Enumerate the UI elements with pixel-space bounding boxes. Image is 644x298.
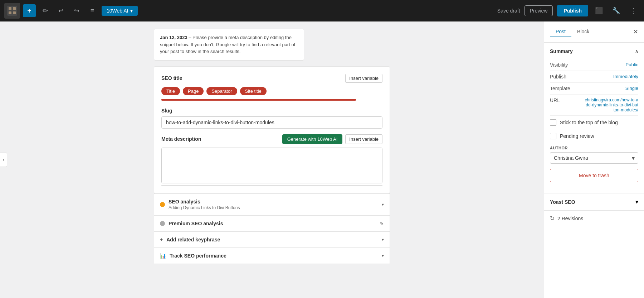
track-seo-left: 📊 Track SEO performance xyxy=(160,253,226,259)
svg-rect-4 xyxy=(13,11,16,14)
stick-to-top-row: Stick to the top of the blog xyxy=(550,116,638,129)
premium-seo-title: Premium SEO analysis xyxy=(169,221,223,226)
date-label: Jan 12, 2023 – xyxy=(160,35,192,40)
move-to-trash-button[interactable]: Move to trash xyxy=(550,169,638,182)
slug-label: Slug xyxy=(161,108,382,114)
svg-rect-3 xyxy=(9,11,11,14)
yoast-seo-section[interactable]: Yoast SEO ▾ xyxy=(544,193,644,210)
seo-analysis-header[interactable]: SEO analysis Adding Dynamic Links to Div… xyxy=(154,194,390,215)
tag-pill-page[interactable]: Page xyxy=(183,87,204,95)
summary-title: Summary ∧ xyxy=(550,48,638,54)
meta-actions: Generate with 10Web AI Insert variable xyxy=(282,134,382,144)
yoast-seo-title: Yoast SEO xyxy=(550,199,575,205)
editor-wrapper: › Jan 12, 2023 – Please provide a meta d… xyxy=(0,21,544,298)
site-logo[interactable] xyxy=(4,3,20,19)
pending-review-checkbox[interactable] xyxy=(550,133,556,139)
track-seo-icon: 📊 xyxy=(160,253,166,259)
edit-icon-button[interactable]: ✏ xyxy=(39,4,52,17)
revisions-icon: ↻ xyxy=(550,215,555,222)
editor-area: Jan 12, 2023 – Please provide a meta des… xyxy=(0,21,544,298)
template-value[interactable]: Single xyxy=(625,86,638,91)
seo-title-header: SEO title Insert variable xyxy=(161,74,382,83)
slug-section: Slug xyxy=(161,108,382,129)
left-panel-toggle[interactable]: › xyxy=(0,153,7,167)
meta-description-label: Meta description xyxy=(161,136,201,142)
meta-char-bar xyxy=(161,185,382,186)
more-options-button[interactable]: ⋮ xyxy=(627,4,640,17)
premium-seo-left: Premium SEO analysis xyxy=(160,221,223,226)
slug-input[interactable] xyxy=(161,116,382,129)
visibility-row: Visibility Public xyxy=(550,59,638,71)
main-layout: › Jan 12, 2023 – Please provide a meta d… xyxy=(0,21,644,298)
url-label: URL xyxy=(550,97,560,103)
tag-pill-separator[interactable]: Separator xyxy=(206,87,237,95)
settings-icon-button[interactable]: ⬛ xyxy=(592,4,605,17)
seo-analysis-subtitle: Adding Dynamic Links to Divi Buttons xyxy=(169,205,240,210)
plugins-icon-button[interactable]: 🔧 xyxy=(610,4,623,17)
publish-button[interactable]: Publish xyxy=(557,5,588,16)
track-seo-header[interactable]: 📊 Track SEO performance ▾ xyxy=(154,248,390,264)
publish-value[interactable]: Immediately xyxy=(613,74,638,79)
author-select-wrapper: Christina Gwira xyxy=(550,152,638,164)
author-select[interactable]: Christina Gwira xyxy=(550,152,638,164)
summary-chevron-icon: ∧ xyxy=(635,49,638,54)
premium-seo-dot xyxy=(160,221,165,226)
undo-button[interactable]: ↩ xyxy=(54,4,67,17)
meta-description-header: Meta description Generate with 10Web AI … xyxy=(161,134,382,144)
meta-description-section: Meta description Generate with 10Web AI … xyxy=(161,134,382,186)
tab-post[interactable]: Post xyxy=(550,27,571,37)
summary-panel: Summary ∧ Visibility Public Publish Imme… xyxy=(544,43,644,193)
seo-analysis-chevron: ▾ xyxy=(382,202,384,207)
visibility-value[interactable]: Public xyxy=(626,62,638,67)
seo-progress-bar xyxy=(161,99,356,101)
url-row: URL christinagwira.com/how-to-add-dynami… xyxy=(550,95,638,116)
template-label: Template xyxy=(550,86,570,91)
revisions-row[interactable]: ↻ 2 Revisions xyxy=(544,210,644,226)
svg-rect-0 xyxy=(7,6,17,16)
toolbar: + ✏ ↩ ↪ ≡ 10Web AI ▾ Save draft Preview … xyxy=(0,0,644,21)
stick-to-top-label: Stick to the top of the blog xyxy=(560,120,618,125)
tag-pill-site-title[interactable]: Site title xyxy=(240,87,267,95)
add-keyphrase-chevron: ▾ xyxy=(382,237,384,242)
tenwebai-chevron-icon: ▾ xyxy=(130,8,133,14)
url-value[interactable]: christinagwira.com/how-to-add-dynamic-li… xyxy=(585,97,638,112)
sidebar-close-button[interactable]: ✕ xyxy=(633,28,638,36)
premium-seo-header[interactable]: Premium SEO analysis ✎ xyxy=(154,216,390,231)
preview-button[interactable]: Preview xyxy=(525,5,553,16)
add-keyphrase-header[interactable]: + Add related keyphrase ▾ xyxy=(154,232,390,247)
svg-rect-1 xyxy=(9,7,11,10)
add-keyphrase-title: Add related keyphrase xyxy=(166,237,220,242)
author-label: AUTHOR xyxy=(550,146,638,150)
seo-title-label: SEO title xyxy=(161,75,182,81)
sidebar-tabs: Post Block xyxy=(550,27,595,37)
right-sidebar: Post Block ✕ Summary ∧ Visibility Public… xyxy=(544,21,644,298)
generate-with-10web-button[interactable]: Generate with 10Web AI xyxy=(282,134,343,144)
meta-insert-variable-button[interactable]: Insert variable xyxy=(345,134,382,144)
seo-analysis-section: SEO analysis Adding Dynamic Links to Div… xyxy=(154,193,390,216)
tab-block[interactable]: Block xyxy=(571,27,595,37)
add-block-button[interactable]: + xyxy=(23,4,36,17)
redo-button[interactable]: ↪ xyxy=(70,4,83,17)
save-draft-button[interactable]: Save draft xyxy=(497,8,520,14)
seo-insert-variable-button[interactable]: Insert variable xyxy=(345,74,382,83)
add-keyphrase-plus-icon: + xyxy=(160,237,163,242)
seo-title-section: SEO title Insert variable Title Page Sep… xyxy=(154,66,390,194)
revisions-label: 2 Revisions xyxy=(557,216,583,221)
seo-status-dot xyxy=(160,202,165,207)
premium-seo-section: Premium SEO analysis ✎ xyxy=(154,215,390,232)
seo-analysis-left: SEO analysis Adding Dynamic Links to Div… xyxy=(160,199,240,210)
premium-seo-edit-icon[interactable]: ✎ xyxy=(380,221,384,226)
track-seo-title: Track SEO performance xyxy=(170,253,226,259)
meta-description-textarea[interactable] xyxy=(161,148,382,183)
stick-to-top-checkbox[interactable] xyxy=(550,119,556,126)
track-seo-section: 📊 Track SEO performance ▾ xyxy=(154,247,390,264)
publish-label: Publish xyxy=(550,74,566,80)
publish-row: Publish Immediately xyxy=(550,71,638,83)
toolbar-right: Save draft Preview Publish ⬛ 🔧 ⋮ xyxy=(497,4,640,17)
svg-rect-2 xyxy=(13,7,16,10)
editor-content: Jan 12, 2023 – Please provide a meta des… xyxy=(154,29,390,264)
tenwebai-button[interactable]: 10Web AI ▾ xyxy=(102,6,138,16)
yoast-chevron-icon: ▾ xyxy=(635,198,638,205)
list-view-button[interactable]: ≡ xyxy=(86,4,99,17)
tag-pill-title[interactable]: Title xyxy=(161,87,180,95)
